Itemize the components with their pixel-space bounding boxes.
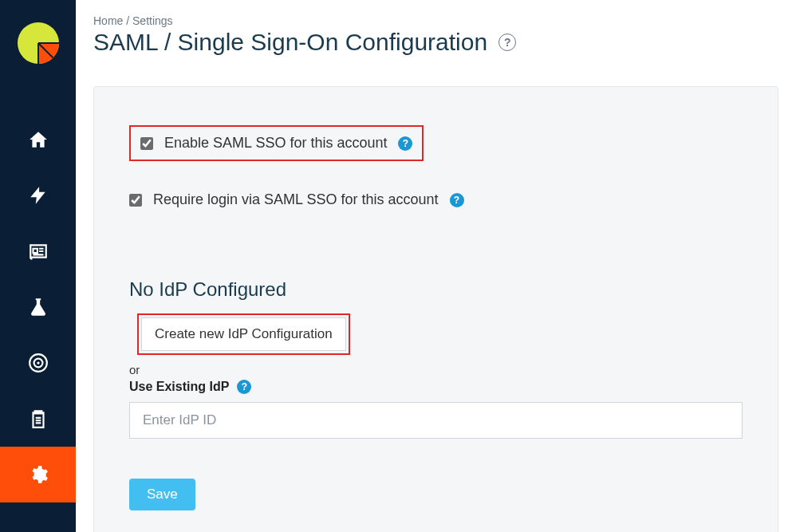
- create-idp-highlight: Create new IdP Configuration: [137, 313, 350, 355]
- require-sso-label: Require login via SAML SSO for this acco…: [153, 191, 439, 208]
- save-button[interactable]: Save: [129, 479, 195, 510]
- require-sso-row: Require login via SAML SSO for this acco…: [129, 183, 743, 216]
- nav-item-reports[interactable]: [0, 223, 76, 279]
- nav-list: [0, 112, 76, 502]
- enable-sso-checkbox[interactable]: [140, 137, 153, 150]
- page-title-row: SAML / Single Sign-On Configuration ?: [93, 29, 778, 56]
- enable-sso-label: Enable SAML SSO for this account: [164, 135, 387, 152]
- idp-heading: No IdP Configured: [129, 278, 743, 301]
- or-text: or: [129, 363, 743, 376]
- nav-item-activity[interactable]: [0, 167, 76, 223]
- nav-item-home[interactable]: [0, 112, 76, 167]
- clipboard-icon: [28, 408, 49, 429]
- breadcrumb-home[interactable]: Home: [93, 14, 123, 27]
- gear-icon: [28, 464, 49, 485]
- bolt-icon: [28, 185, 49, 206]
- settings-panel: Enable SAML SSO for this account ? Requi…: [93, 86, 778, 532]
- enable-sso-row: Enable SAML SSO for this account ?: [140, 135, 412, 152]
- breadcrumb-separator: /: [123, 14, 132, 27]
- svg-point-6: [37, 361, 39, 364]
- use-existing-label: Use Existing IdP: [129, 380, 229, 394]
- sidebar: [0, 0, 76, 532]
- target-icon: [28, 353, 49, 373]
- use-existing-row: Use Existing IdP ?: [129, 380, 743, 394]
- require-sso-checkbox[interactable]: [129, 194, 142, 207]
- flask-icon: [28, 297, 49, 317]
- home-icon: [28, 129, 49, 150]
- nav-item-clipboard[interactable]: [0, 391, 76, 447]
- nav-item-settings[interactable]: [0, 447, 76, 502]
- app-logo: [18, 22, 59, 64]
- help-icon[interactable]: ?: [498, 33, 516, 51]
- main-content: Home / Settings SAML / Single Sign-On Co…: [76, 0, 796, 532]
- page-title: SAML / Single Sign-On Configuration: [93, 29, 487, 56]
- news-icon: [28, 241, 49, 262]
- enable-sso-highlight: Enable SAML SSO for this account ?: [129, 125, 424, 161]
- breadcrumb-settings[interactable]: Settings: [132, 14, 173, 27]
- create-idp-button[interactable]: Create new IdP Configuration: [141, 317, 346, 351]
- help-icon[interactable]: ?: [237, 380, 251, 394]
- help-icon[interactable]: ?: [398, 136, 412, 151]
- nav-item-goals[interactable]: [0, 335, 76, 391]
- idp-id-input[interactable]: [129, 402, 743, 439]
- help-icon[interactable]: ?: [450, 193, 464, 207]
- breadcrumb: Home / Settings: [93, 14, 778, 27]
- nav-item-experiments[interactable]: [0, 279, 76, 335]
